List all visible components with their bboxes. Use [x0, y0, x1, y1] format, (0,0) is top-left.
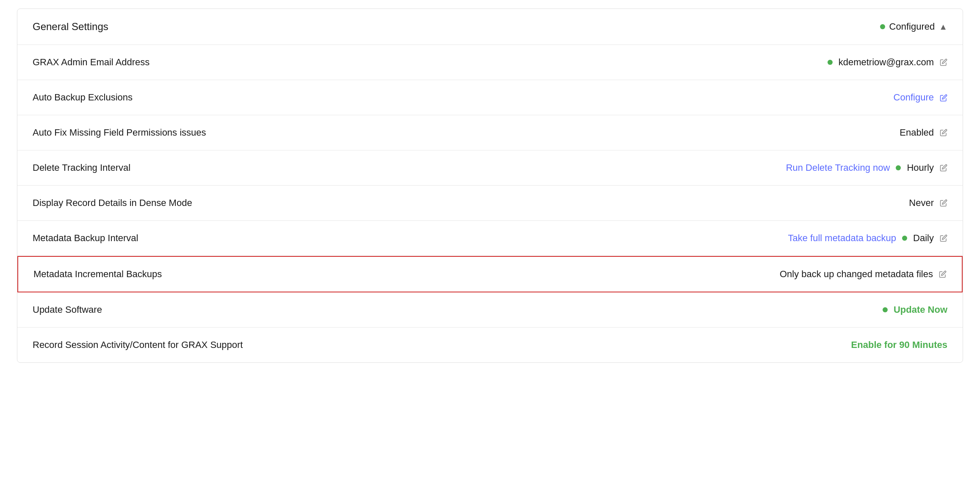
- metadata-backup-value: Take full metadata backup Daily: [788, 233, 947, 244]
- update-software-dot: [883, 307, 888, 312]
- general-settings-header: General Settings Configured ▲: [17, 9, 963, 45]
- row-auto-backup-exclusions: Auto Backup Exclusions Configure: [17, 80, 963, 115]
- update-now-link[interactable]: Update Now: [894, 304, 947, 315]
- metadata-backup-label: Metadata Backup Interval: [33, 233, 138, 244]
- row-display-record-details: Display Record Details in Dense Mode Nev…: [17, 186, 963, 221]
- email-status-dot: [828, 60, 833, 65]
- grax-admin-email-label: GRAX Admin Email Address: [33, 57, 149, 68]
- delete-tracking-value: Run Delete Tracking now Hourly: [786, 162, 947, 173]
- metadata-incremental-text: Only back up changed metadata files: [780, 269, 933, 280]
- row-metadata-incremental-backups: Metadata Incremental Backups Only back u…: [17, 256, 963, 292]
- delete-tracking-edit-icon[interactable]: [940, 164, 947, 172]
- row-delete-tracking-interval: Delete Tracking Interval Run Delete Trac…: [17, 150, 963, 186]
- email-edit-icon[interactable]: [940, 58, 947, 67]
- row-auto-fix-missing: Auto Fix Missing Field Permissions issue…: [17, 115, 963, 150]
- auto-fix-label: Auto Fix Missing Field Permissions issue…: [33, 127, 206, 138]
- delete-tracking-label: Delete Tracking Interval: [33, 162, 130, 173]
- auto-fix-text: Enabled: [900, 127, 934, 138]
- display-record-text: Never: [909, 197, 934, 209]
- metadata-incremental-edit-icon[interactable]: [939, 270, 947, 278]
- general-settings-label: General Settings: [33, 21, 108, 33]
- display-record-label: Display Record Details in Dense Mode: [33, 197, 192, 209]
- header-right: Configured ▲: [880, 21, 947, 32]
- page-container: General Settings Configured ▲ GRAX Admin…: [0, 0, 980, 371]
- configured-dot: [880, 24, 885, 29]
- auto-backup-exclusions-value: Configure: [894, 92, 947, 103]
- email-value-text: kdemetriow@grax.com: [839, 57, 934, 68]
- metadata-incremental-label: Metadata Incremental Backups: [33, 269, 162, 280]
- auto-fix-edit-icon[interactable]: [940, 129, 947, 137]
- auto-fix-value: Enabled: [900, 127, 947, 138]
- display-record-value: Never: [909, 197, 947, 209]
- row-update-software: Update Software Update Now: [17, 292, 963, 328]
- take-full-metadata-backup-link[interactable]: Take full metadata backup: [788, 233, 896, 244]
- row-grax-admin-email: GRAX Admin Email Address kdemetriow@grax…: [17, 45, 963, 80]
- row-record-session-activity: Record Session Activity/Content for GRAX…: [17, 328, 963, 362]
- row-metadata-backup-interval: Metadata Backup Interval Take full metad…: [17, 221, 963, 256]
- metadata-backup-edit-icon[interactable]: [940, 234, 947, 242]
- grax-admin-email-value: kdemetriow@grax.com: [828, 57, 947, 68]
- enable-90-minutes-link[interactable]: Enable for 90 Minutes: [851, 339, 947, 350]
- settings-panel: General Settings Configured ▲ GRAX Admin…: [17, 8, 963, 363]
- run-delete-tracking-link[interactable]: Run Delete Tracking now: [786, 162, 890, 173]
- chevron-up-icon[interactable]: ▲: [939, 22, 947, 32]
- configured-text: Configured: [889, 21, 935, 32]
- configure-link[interactable]: Configure: [894, 92, 934, 103]
- metadata-backup-text: Daily: [913, 233, 934, 244]
- delete-tracking-dot: [896, 165, 901, 170]
- auto-backup-exclusions-label: Auto Backup Exclusions: [33, 92, 133, 103]
- metadata-incremental-value: Only back up changed metadata files: [780, 269, 947, 280]
- record-session-value: Enable for 90 Minutes: [851, 339, 947, 350]
- display-record-edit-icon[interactable]: [940, 199, 947, 207]
- record-session-label: Record Session Activity/Content for GRAX…: [33, 339, 243, 350]
- metadata-backup-dot: [902, 236, 907, 241]
- update-software-value: Update Now: [883, 304, 947, 315]
- update-software-label: Update Software: [33, 304, 102, 315]
- delete-tracking-text: Hourly: [907, 162, 934, 173]
- configure-pen-icon[interactable]: [940, 93, 947, 102]
